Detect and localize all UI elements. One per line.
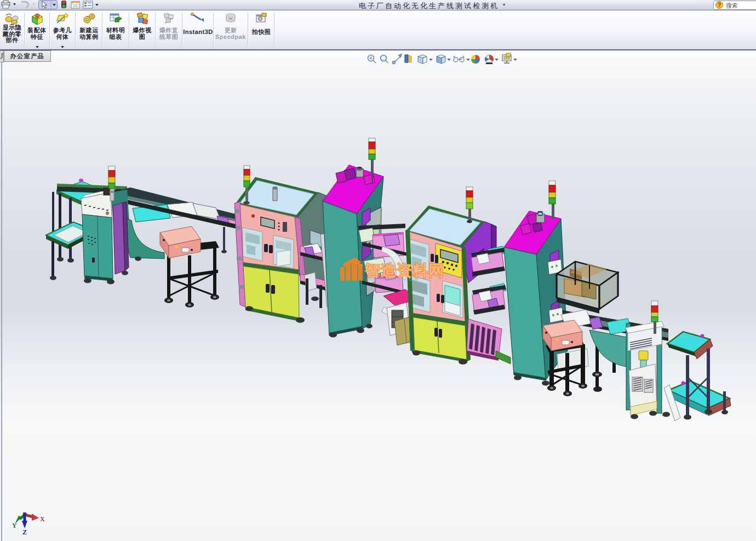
svg-text:Y: Y (12, 522, 17, 529)
svg-text:搜索: 搜索 (726, 2, 738, 9)
svg-text:X: X (40, 515, 45, 523)
svg-text:?: ? (718, 2, 721, 8)
svg-text:WWW.ZHIZAOZILIAO.COM: WWW.ZHIZAOZILIAO.COM (367, 277, 419, 282)
svg-text:Z: Z (22, 528, 27, 536)
